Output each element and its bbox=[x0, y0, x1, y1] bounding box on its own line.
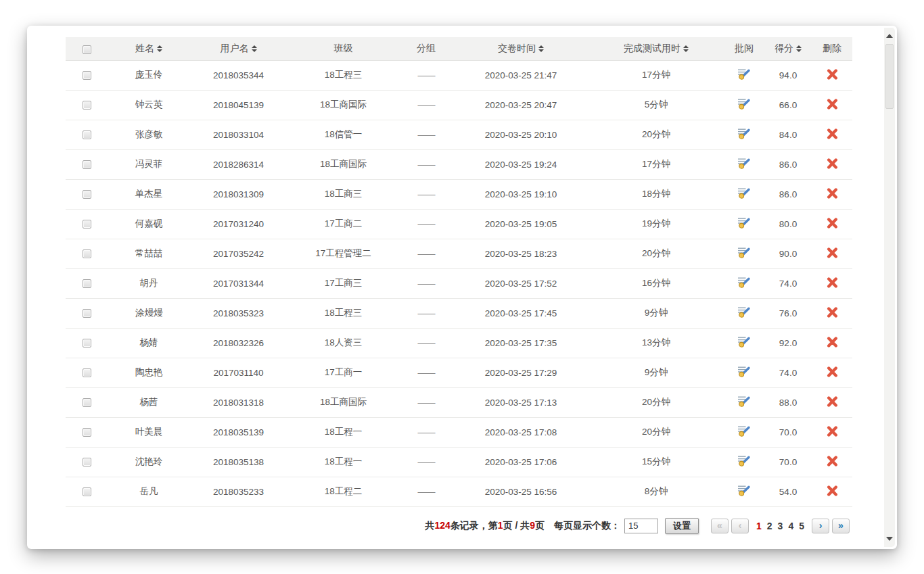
column-header-duration[interactable]: 完成测试用时 bbox=[588, 37, 724, 60]
column-header-group: 分组 bbox=[399, 37, 453, 60]
delete-icon[interactable] bbox=[827, 99, 838, 110]
review-icon[interactable] bbox=[737, 128, 751, 139]
row-checkbox[interactable] bbox=[83, 71, 91, 80]
row-checkbox[interactable] bbox=[83, 487, 91, 496]
summary-text: 条记录，第 bbox=[451, 520, 498, 531]
score-value: 84.0 bbox=[764, 120, 812, 149]
scrollbar-thumb[interactable] bbox=[885, 44, 894, 109]
sort-icon[interactable] bbox=[157, 45, 162, 52]
review-icon[interactable] bbox=[737, 187, 751, 199]
column-label: 分组 bbox=[417, 43, 436, 53]
row-checkbox[interactable] bbox=[83, 428, 91, 437]
row-checkbox[interactable] bbox=[83, 130, 91, 139]
vertical-scrollbar[interactable] bbox=[884, 28, 895, 547]
review-icon[interactable] bbox=[737, 455, 751, 467]
prev-page-button[interactable]: ‹ bbox=[731, 519, 749, 533]
test-duration: 16分钟 bbox=[588, 268, 724, 298]
delete-icon[interactable] bbox=[827, 247, 838, 258]
student-class: 17工商三 bbox=[287, 268, 399, 298]
test-duration: 15分钟 bbox=[588, 447, 724, 477]
column-label: 删除 bbox=[823, 43, 841, 53]
row-checkbox[interactable] bbox=[83, 339, 91, 348]
delete-icon[interactable] bbox=[827, 307, 838, 318]
student-group: —— bbox=[399, 387, 453, 417]
student-class: 18工程三 bbox=[287, 298, 399, 328]
sort-icon[interactable] bbox=[796, 45, 802, 52]
review-icon[interactable] bbox=[737, 158, 751, 169]
page-number-5[interactable]: 5 bbox=[799, 521, 804, 531]
delete-icon[interactable] bbox=[827, 158, 838, 169]
review-icon[interactable] bbox=[737, 68, 751, 80]
student-name: 沈艳玲 bbox=[108, 447, 189, 477]
content-card: 姓名 用户名 班级 分组 交卷时间 完成测试用时 bbox=[27, 26, 897, 549]
delete-icon[interactable] bbox=[827, 456, 838, 467]
delete-icon[interactable] bbox=[827, 396, 838, 407]
review-icon[interactable] bbox=[737, 98, 751, 110]
delete-icon[interactable] bbox=[827, 188, 838, 199]
review-icon[interactable] bbox=[737, 247, 751, 258]
column-header-score[interactable]: 得分 bbox=[764, 37, 812, 60]
page-number-3[interactable]: 3 bbox=[778, 521, 783, 531]
student-class: 17工程管理二 bbox=[287, 239, 399, 268]
page-size-input[interactable] bbox=[624, 519, 658, 533]
sort-icon[interactable] bbox=[683, 45, 689, 52]
review-icon[interactable] bbox=[737, 336, 751, 348]
student-username: 2017031344 bbox=[189, 268, 287, 298]
row-checkbox[interactable] bbox=[83, 101, 91, 110]
delete-icon[interactable] bbox=[827, 128, 838, 139]
student-group: —— bbox=[399, 417, 453, 447]
settings-button[interactable]: 设置 bbox=[665, 518, 699, 534]
row-checkbox[interactable] bbox=[83, 190, 91, 199]
delete-icon[interactable] bbox=[827, 218, 838, 229]
delete-icon[interactable] bbox=[827, 426, 838, 437]
scroll-down-arrow-icon[interactable] bbox=[886, 537, 893, 541]
row-checkbox[interactable] bbox=[83, 249, 91, 258]
column-header-name[interactable]: 姓名 bbox=[108, 37, 189, 60]
row-checkbox[interactable] bbox=[83, 279, 91, 288]
student-class: 18工程三 bbox=[287, 60, 399, 90]
row-checkbox[interactable] bbox=[83, 368, 91, 377]
review-icon[interactable] bbox=[737, 306, 751, 318]
table-body: 庞玉伶 2018035344 18工程三 —— 2020-03-25 21:47… bbox=[66, 60, 852, 506]
test-duration: 20分钟 bbox=[588, 239, 724, 268]
page-number-1[interactable]: 1 bbox=[756, 521, 762, 531]
review-icon[interactable] bbox=[737, 217, 751, 229]
column-header-submit-time[interactable]: 交卷时间 bbox=[453, 37, 588, 60]
submit-time: 2020-03-25 17:45 bbox=[453, 298, 588, 328]
column-label: 得分 bbox=[775, 43, 793, 53]
row-checkbox[interactable] bbox=[83, 220, 91, 229]
next-page-button[interactable]: › bbox=[812, 519, 829, 533]
review-icon[interactable] bbox=[737, 485, 751, 496]
delete-icon[interactable] bbox=[827, 277, 838, 288]
student-group: —— bbox=[399, 179, 453, 209]
total-records-count: 124 bbox=[434, 520, 450, 531]
review-icon[interactable] bbox=[737, 366, 751, 377]
student-name: 庞玉伶 bbox=[108, 60, 189, 90]
row-checkbox[interactable] bbox=[83, 398, 91, 407]
review-icon[interactable] bbox=[737, 277, 751, 288]
last-page-button[interactable]: » bbox=[832, 519, 850, 533]
page-number-2[interactable]: 2 bbox=[767, 521, 772, 531]
review-icon[interactable] bbox=[737, 396, 751, 407]
sort-icon[interactable] bbox=[252, 45, 257, 52]
review-icon[interactable] bbox=[737, 425, 751, 437]
delete-icon[interactable] bbox=[827, 69, 838, 80]
student-username: 2018286314 bbox=[189, 149, 287, 179]
delete-icon[interactable] bbox=[827, 485, 838, 496]
scroll-up-arrow-icon[interactable] bbox=[886, 34, 893, 38]
test-duration: 20分钟 bbox=[588, 120, 724, 149]
pager: « ‹ 12345 › » bbox=[710, 519, 851, 533]
column-header-username[interactable]: 用户名 bbox=[189, 37, 287, 60]
table-row: 涂熳熳 2018035323 18工程三 —— 2020-03-25 17:45… bbox=[66, 298, 852, 328]
select-all-checkbox[interactable] bbox=[83, 45, 91, 54]
first-page-button[interactable]: « bbox=[711, 519, 729, 533]
delete-icon[interactable] bbox=[827, 337, 838, 348]
delete-icon[interactable] bbox=[827, 366, 838, 377]
student-class: 18工程二 bbox=[287, 477, 399, 506]
page-number-4[interactable]: 4 bbox=[788, 521, 793, 531]
sort-icon[interactable] bbox=[538, 45, 544, 52]
row-checkbox[interactable] bbox=[83, 458, 91, 467]
row-checkbox[interactable] bbox=[83, 309, 91, 318]
row-checkbox[interactable] bbox=[83, 160, 91, 169]
student-name: 冯灵菲 bbox=[108, 149, 189, 179]
